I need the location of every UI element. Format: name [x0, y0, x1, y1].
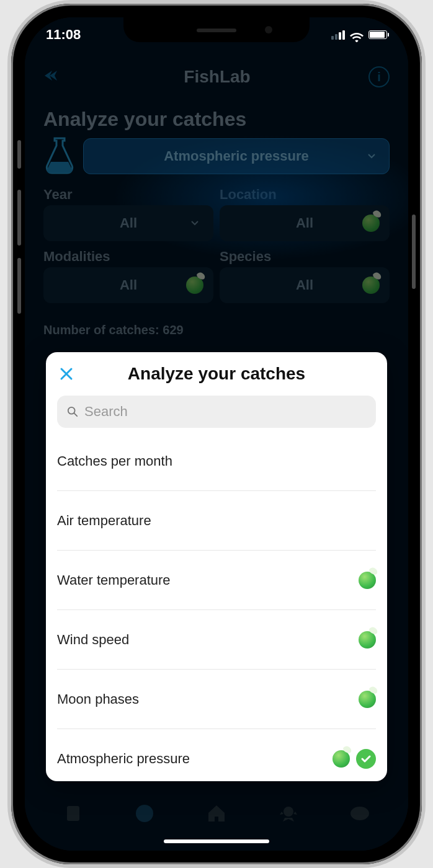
search-input[interactable] — [84, 404, 366, 420]
analysis-option-label: Water temperature — [57, 572, 171, 588]
search-bar[interactable] — [57, 396, 376, 428]
analysis-option[interactable]: Wind speed — [57, 610, 376, 670]
phone-frame: 11:08 FishLab i Analyze your c — [11, 4, 422, 864]
cellular-signal-icon — [331, 30, 345, 40]
analysis-option[interactable]: Moon phases — [57, 670, 376, 729]
modal-title: Analyze your catches — [128, 364, 305, 384]
analysis-option-label: Catches per month — [57, 453, 172, 469]
analysis-option[interactable]: Air temperature — [57, 491, 376, 551]
analysis-option-label: Wind speed — [57, 632, 129, 648]
premium-badge-icon — [333, 750, 350, 768]
analysis-option-label: Atmospheric pressure — [57, 751, 190, 767]
battery-icon — [368, 30, 387, 39]
notch — [123, 17, 310, 42]
premium-badge-icon — [359, 691, 376, 708]
analysis-option[interactable]: Atmospheric pressure — [57, 729, 376, 781]
analysis-picker-modal: Analyze your catches Catches per monthAi… — [46, 352, 387, 781]
volume-button — [17, 190, 21, 246]
close-icon[interactable] — [57, 365, 76, 383]
analysis-option-label: Air temperature — [57, 513, 151, 529]
svg-point-4 — [68, 407, 75, 414]
volume-button — [17, 140, 21, 169]
analysis-option[interactable]: Water temperature — [57, 551, 376, 610]
power-button — [412, 215, 416, 289]
analysis-option[interactable]: Catches per month — [57, 432, 376, 491]
checkmark-icon — [356, 749, 376, 769]
wifi-icon — [350, 30, 364, 40]
status-time: 11:08 — [46, 27, 81, 43]
home-indicator[interactable] — [164, 839, 269, 843]
volume-button — [17, 258, 21, 314]
phone-screen: 11:08 FishLab i Analyze your c — [25, 17, 408, 851]
premium-badge-icon — [359, 572, 376, 589]
premium-badge-icon — [359, 631, 376, 649]
search-icon — [67, 406, 78, 417]
analysis-option-label: Moon phases — [57, 691, 139, 707]
